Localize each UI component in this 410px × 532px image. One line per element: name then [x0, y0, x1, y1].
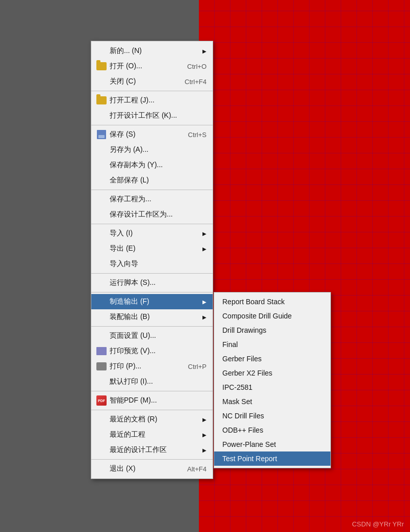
exit-icon [95, 464, 108, 474]
open-icon [95, 61, 108, 71]
submenu-item-odb-files[interactable]: ODB++ Files [214, 423, 330, 437]
menu-item-import-label: 导入 (I) [110, 229, 198, 238]
submenu-composite-drill-guide-label: Composite Drill Guide [222, 312, 322, 320]
menu-item-recent-projects-label: 最近的工程 [110, 430, 198, 439]
submenu-item-gerber-x2-files[interactable]: Gerber X2 Files [214, 366, 330, 380]
menu-item-save-workspace[interactable]: 保存设计工作区为... [91, 207, 213, 222]
menu-item-open[interactable]: 打开 (O)... Ctrl+O [91, 59, 213, 74]
recent-docs-icon [95, 414, 108, 424]
menu-item-import[interactable]: 导入 (I) ▶ [91, 226, 213, 241]
submenu-item-test-point-report[interactable]: Test Point Report [214, 451, 330, 466]
context-menu: 新的... (N) ▶ 打开 (O)... Ctrl+O 关闭 (C) Ctrl… [91, 41, 213, 479]
submenu-item-mask-set[interactable]: Mask Set [214, 394, 330, 409]
save-project-icon [95, 194, 108, 204]
menu-item-save[interactable]: 保存 (S) Ctrl+S [91, 127, 213, 142]
smart-pdf-icon: PDF [95, 395, 108, 406]
submenu-mask-set-label: Mask Set [222, 397, 322, 406]
savecopy-icon [95, 160, 108, 170]
menu-item-print-preview-label: 打印预览 (V)... [110, 347, 207, 356]
separator-4 [91, 224, 213, 224]
recent-projects-arrow: ▶ [202, 432, 207, 438]
save-icon [95, 129, 108, 140]
fab-output-arrow: ▶ [202, 299, 207, 305]
submenu-item-gerber-files[interactable]: Gerber Files [214, 352, 330, 366]
menu-item-default-print[interactable]: 默认打印 (I)... [91, 374, 213, 389]
assembly-output-icon [95, 312, 108, 322]
submenu-nc-drill-files-label: NC Drill Files [222, 412, 322, 420]
menu-item-exit-label: 退出 (X) [110, 464, 177, 473]
saveas-icon [95, 145, 108, 155]
menu-item-recent-workspaces-label: 最近的设计工作区 [110, 445, 198, 455]
recent-projects-icon [95, 430, 108, 440]
menu-item-open-project-label: 打开工程 (J)... [110, 96, 207, 105]
recent-workspaces-arrow: ▶ [202, 447, 207, 453]
menu-item-open-shortcut: Ctrl+O [187, 63, 207, 70]
menu-item-recent-projects[interactable]: 最近的工程 ▶ [91, 427, 213, 442]
separator-8 [91, 391, 213, 391]
menu-item-page-setup[interactable]: 页面设置 (U)... [91, 328, 213, 343]
menu-item-recent-workspaces[interactable]: 最近的设计工作区 ▶ [91, 442, 213, 458]
menu-item-new[interactable]: 新的... (N) ▶ [91, 43, 213, 59]
menu-item-save-shortcut: Ctrl+S [188, 131, 207, 139]
menu-item-print-shortcut: Ctrl+P [188, 363, 207, 370]
menu-item-print-preview[interactable]: 打印预览 (V)... [91, 343, 213, 359]
submenu-item-final[interactable]: Final [214, 337, 330, 352]
submenu-item-power-plane-set[interactable]: Power-Plane Set [214, 437, 330, 451]
menu-item-run-script-label: 运行脚本 (S)... [110, 278, 207, 287]
submenu-item-ipc-2581[interactable]: IPC-2581 [214, 380, 330, 394]
menu-item-run-script[interactable]: 运行脚本 (S)... [91, 275, 213, 290]
export-arrow: ▶ [202, 246, 207, 252]
import-wizard-icon [95, 259, 108, 269]
run-script-icon [95, 278, 108, 288]
submenu-power-plane-set-label: Power-Plane Set [222, 440, 322, 448]
menu-item-close[interactable]: 关闭 (C) Ctrl+F4 [91, 74, 213, 89]
menu-item-exit[interactable]: 退出 (X) Alt+F4 [91, 461, 213, 476]
menu-item-assembly-output[interactable]: 装配输出 (B) ▶ [91, 309, 213, 325]
menu-item-save-workspace-label: 保存设计工作区为... [110, 210, 207, 219]
submenu-final-label: Final [222, 340, 322, 349]
menu-item-saveall-label: 全部保存 (L) [110, 176, 207, 185]
menu-item-smart-pdf[interactable]: PDF 智能PDF (M)... [91, 393, 213, 408]
saveall-icon [95, 175, 108, 185]
page-setup-icon [95, 331, 108, 341]
menu-item-close-label: 关闭 (C) [110, 77, 174, 86]
separator-2 [91, 125, 213, 125]
menu-item-print[interactable]: 打印 (P)... Ctrl+P [91, 359, 213, 374]
separator-3 [91, 190, 213, 190]
submenu-report-board-stack-label: Report Board Stack [222, 298, 322, 306]
submenu-gerber-x2-files-label: Gerber X2 Files [222, 369, 322, 377]
menu-item-saveall[interactable]: 全部保存 (L) [91, 173, 213, 188]
menu-item-recent-docs[interactable]: 最近的文档 (R) ▶ [91, 412, 213, 427]
fab-output-submenu: Report Board Stack Composite Drill Guide… [214, 292, 331, 468]
submenu-item-drill-drawings[interactable]: Drill Drawings [214, 323, 330, 337]
submenu-ipc-2581-label: IPC-2581 [222, 383, 322, 391]
export-icon [95, 244, 108, 254]
menu-item-savecopy-label: 保存副本为 (Y)... [110, 161, 207, 170]
menu-item-fab-output[interactable]: 制造输出 (F) ▶ Report Board Stack Composite … [91, 294, 213, 309]
assembly-output-arrow: ▶ [202, 314, 207, 320]
menu-item-page-setup-label: 页面设置 (U)... [110, 331, 207, 340]
menu-item-saveas[interactable]: 另存为 (A)... [91, 142, 213, 157]
menu-item-smart-pdf-label: 智能PDF (M)... [110, 396, 207, 405]
print-icon [95, 361, 108, 371]
submenu-item-composite-drill-guide[interactable]: Composite Drill Guide [214, 309, 330, 323]
menu-item-open-project[interactable]: 打开工程 (J)... [91, 93, 213, 108]
menu-item-close-shortcut: Ctrl+F4 [185, 78, 207, 86]
menu-item-new-label: 新的... (N) [110, 46, 198, 56]
submenu-item-nc-drill-files[interactable]: NC Drill Files [214, 409, 330, 423]
separator-7 [91, 326, 213, 327]
menu-item-saveas-label: 另存为 (A)... [110, 145, 207, 154]
submenu-item-report-board-stack[interactable]: Report Board Stack [214, 295, 330, 309]
menu-item-assembly-output-label: 装配输出 (B) [110, 312, 198, 322]
menu-item-open-workspace[interactable]: 打开设计工作区 (K)... [91, 108, 213, 123]
menu-item-import-wizard[interactable]: 导入向导 [91, 256, 213, 272]
menu-item-fab-output-label: 制造输出 (F) [110, 297, 198, 306]
menu-item-save-project[interactable]: 保存工程为... [91, 192, 213, 207]
separator-10 [91, 459, 213, 460]
submenu-gerber-files-label: Gerber Files [222, 355, 322, 363]
menu-item-import-wizard-label: 导入向导 [110, 259, 207, 269]
menu-item-save-label: 保存 (S) [110, 130, 178, 139]
menu-item-export[interactable]: 导出 (E) ▶ [91, 241, 213, 256]
open-project-icon [95, 95, 108, 105]
menu-item-savecopy[interactable]: 保存副本为 (Y)... [91, 157, 213, 173]
